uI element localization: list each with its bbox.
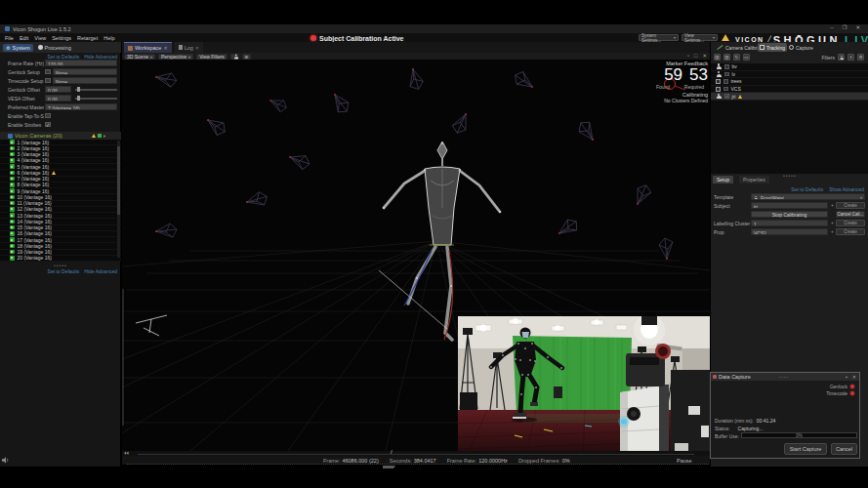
expand-icon[interactable]: + <box>831 202 834 208</box>
cancel-calibration-button[interactable]: Cancel Cali... <box>836 211 865 218</box>
menu-view[interactable]: View <box>34 35 46 41</box>
menu-retarget[interactable]: Retarget <box>77 35 98 41</box>
enable-tap-checkbox[interactable] <box>45 113 51 119</box>
menu-help[interactable]: Help <box>103 35 114 41</box>
tab-properties[interactable]: Properties <box>739 176 769 183</box>
labelling-cluster-input[interactable]: 1 <box>751 220 828 226</box>
subject-checkbox[interactable]: ✓ <box>724 64 729 69</box>
filter-add-icon[interactable]: + <box>847 54 854 61</box>
pin-icon[interactable]: ▪ <box>846 374 847 380</box>
genlock-offset-input[interactable]: 0.00 <box>45 86 71 93</box>
tab-setup[interactable]: Setup <box>713 176 733 183</box>
subject-checkbox[interactable]: ✓ <box>724 72 729 77</box>
person-icon <box>716 94 722 100</box>
enable-strobes-checkbox[interactable]: ✓ <box>45 122 51 128</box>
pause-button[interactable]: Pause <box>677 458 692 464</box>
close-icon[interactable]: ✕ <box>852 374 856 380</box>
vesa-offset-slider[interactable] <box>75 98 117 100</box>
tab-system[interactable]: ⚙ System <box>3 44 33 53</box>
system-panel-tabs: ⚙ System Processing <box>0 42 121 53</box>
genlock-checkbox[interactable] <box>45 69 51 75</box>
subject-checkbox[interactable]: ✓ <box>723 79 728 84</box>
close-button[interactable]: ✕ <box>855 24 860 30</box>
close-icon[interactable]: ✕ <box>195 45 199 51</box>
timeline-track[interactable] <box>138 454 694 455</box>
create-cluster-button[interactable]: Create <box>836 220 865 226</box>
create-subject-button[interactable]: Create <box>836 202 865 209</box>
subject-list-item[interactable]: ✓ jri <box>711 93 868 101</box>
camera-list-item[interactable]: 20 (Vantage 16) <box>0 256 121 262</box>
data-capture-titlebar[interactable]: Data Capture •••• ▪ ✕ <box>711 373 859 381</box>
subject-list-item[interactable]: ✓ bv <box>711 63 868 71</box>
menu-file[interactable]: File <box>5 35 14 41</box>
subject-checkbox[interactable]: ✓ <box>724 94 729 99</box>
subject-checkbox[interactable]: ✓ <box>723 87 728 92</box>
system-warning-icon[interactable] <box>722 34 729 41</box>
preferred-master-input[interactable]: 7 (Vantage 16) <box>45 103 117 110</box>
template-dropdown[interactable]: FrontWaist ▾ <box>751 193 865 200</box>
view-settings-dropdown[interactable]: View Settings... ▾ <box>682 34 718 41</box>
import-subject-icon[interactable]: ▤ <box>714 54 721 61</box>
cancel-capture-button[interactable]: Cancel <box>831 443 857 455</box>
stop-calibrating-button[interactable]: Stop Calibrating <box>751 211 828 218</box>
genlock-offset-slider[interactable] <box>75 89 117 91</box>
system-settings-dropdown[interactable]: System Settings... ▾ <box>639 34 679 41</box>
camera-list[interactable]: 1 (Vantage 16) 2 (Vantage 16) 3 (Vantage… <box>0 140 121 262</box>
genlock-setup-input[interactable]: None <box>53 68 117 75</box>
timeline-cursor[interactable]: / <box>391 449 393 455</box>
expand-icon[interactable]: + <box>831 220 834 225</box>
reload-subject-icon[interactable]: ↻ <box>733 54 740 61</box>
hide-advanced-link[interactable]: Hide Advanced <box>84 268 117 274</box>
tab-tracking[interactable]: Tracking <box>758 43 787 52</box>
timecode-setup-input[interactable]: None <box>53 77 117 84</box>
drag-dots[interactable]: •••• <box>779 375 789 380</box>
maximize-button[interactable]: ❐ <box>842 24 847 30</box>
remove-subject-icon[interactable]: ▭ <box>743 54 750 61</box>
prop-input[interactable]: VCS1 <box>751 228 828 235</box>
cameras-section-header[interactable]: Vicon Cameras (20) ▾ <box>0 132 121 140</box>
subject-list-item[interactable]: ✓ trees <box>711 78 868 86</box>
export-subject-icon[interactable]: ▥ <box>723 54 730 61</box>
tab-log[interactable]: Log ✕ <box>175 42 203 53</box>
start-capture-button[interactable]: Start Capture <box>784 443 827 455</box>
skeleton-character[interactable] <box>379 142 501 340</box>
chevron-down-icon[interactable]: ▾ <box>103 134 105 139</box>
camera-name: 1 (Vantage 16) <box>18 140 50 145</box>
pane-float-icon[interactable]: ▫ <box>687 53 689 59</box>
subject-input[interactable]: jri <box>751 202 828 209</box>
pane-close-icon[interactable]: ✕ <box>702 53 707 59</box>
menu-edit[interactable]: Edit <box>20 35 28 41</box>
filter-settings-icon[interactable]: ⚙ <box>857 54 864 61</box>
set-to-defaults-link[interactable]: Set to Defaults <box>48 268 80 274</box>
speaker-icon[interactable] <box>2 457 10 464</box>
filter-person-icon[interactable] <box>838 54 845 61</box>
slider-thumb[interactable] <box>77 87 80 92</box>
menu-settings[interactable]: Settings <box>52 35 71 41</box>
camera-list-scrollbar[interactable] <box>117 141 120 258</box>
field-label: Frame Rate (Hz) <box>8 61 44 66</box>
subject-list-item[interactable]: ✓ VCS <box>711 86 868 94</box>
show-advanced-link[interactable]: Show Advanced <box>829 186 864 192</box>
expand-icon[interactable]: + <box>831 228 834 234</box>
field-label: Enable Tap-To-Sel... <box>8 113 44 119</box>
frame-rate-input[interactable]: 120.00 <box>45 60 117 66</box>
template-row: Template FrontWaist ▾ <box>711 193 868 201</box>
tab-workspace[interactable]: Workspace ✕ <box>124 42 172 53</box>
pane-maximize-icon[interactable]: □ <box>694 53 697 59</box>
subject-list-item[interactable]: ✓ lv <box>711 71 868 79</box>
create-prop-button[interactable]: Create <box>836 228 865 235</box>
processing-radio[interactable]: Processing <box>38 45 71 51</box>
close-icon[interactable]: ✕ <box>163 45 167 51</box>
vesa-offset-input[interactable]: 0.00 <box>45 95 71 102</box>
title-bar[interactable]: Vicon Shogun Live 1.5.2 – ❐ ✕ <box>0 24 868 33</box>
tab-workspace-label: Workspace <box>135 45 161 51</box>
chevron-down-icon: ▾ <box>188 55 190 60</box>
panel-splitter[interactable]: ••••• <box>711 173 868 179</box>
slider-thumb[interactable] <box>77 96 80 101</box>
field-label: VESA Offset <box>8 96 44 102</box>
minimize-button[interactable]: – <box>830 24 833 30</box>
timecode-checkbox[interactable] <box>45 78 51 84</box>
subject-list[interactable]: ✓ bv ✓ lv ✓ trees <box>711 63 868 174</box>
set-to-defaults-link[interactable]: Set to Defaults <box>791 186 823 192</box>
tab-capture[interactable]: Capture <box>787 43 815 52</box>
